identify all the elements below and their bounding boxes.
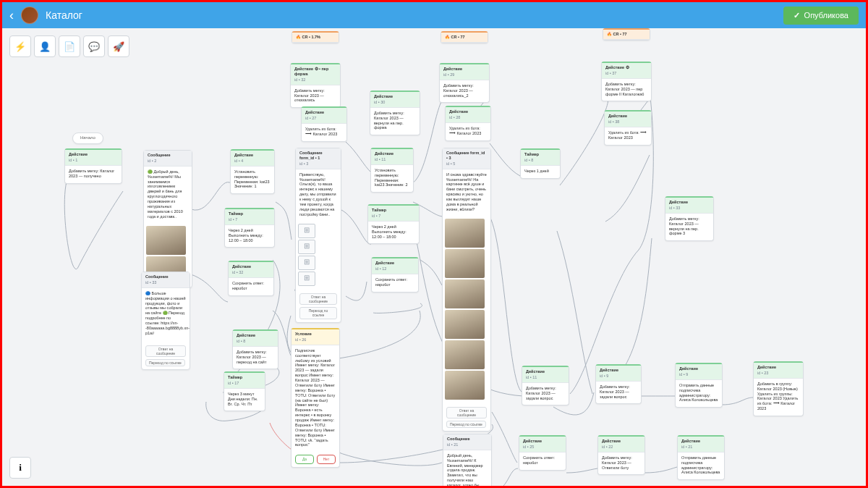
node-msg-2[interactable]: Сообщениеid • 33 🔵 Больше информации о н…: [141, 272, 190, 370]
node-timer-1[interactable]: Таймерid • 7 Через 2 дней Выполнить межд…: [224, 208, 275, 248]
node-timer-3[interactable]: Таймерid • 8 Через 1 дней: [520, 148, 561, 179]
page-title: Каталог: [46, 9, 82, 21]
node-action-5[interactable]: Действиеid • 32 Сохранить ответ: наробот: [228, 261, 274, 296]
node-action-20[interactable]: Действиеid • 22 Добавить метку: Каталог …: [597, 435, 645, 475]
node-action-4[interactable]: Действиеid • 4 Установить переменную: Пе…: [230, 149, 275, 194]
node-action-13[interactable]: Действиеid • 38 Удалить из бота: ⟶ Катал…: [604, 110, 652, 146]
node-action-18[interactable]: Действиеid • 23 Добавить в группу: Катал…: [753, 361, 804, 416]
node-action-19[interactable]: Действиеid • 25 Сохранить ответ: наробот: [519, 435, 566, 471]
publish-button[interactable]: Опубликова: [783, 7, 859, 25]
node-form-1[interactable]: Сообщение form_id • 1id • 3 Приветствую,…: [295, 148, 341, 323]
node-action-17[interactable]: Действиеid • 9 Отправить данные подписчи…: [675, 363, 723, 408]
node-action-7[interactable]: Действиеid • 11 Установить переменную: П…: [370, 148, 414, 193]
node-action-10[interactable]: Действиеid • 28 Удалить из бота: ⟶ Катал…: [445, 106, 491, 141]
back-button[interactable]: ‹: [9, 8, 14, 23]
node-action-11[interactable]: Действиеid • 8 Добавить метку: Каталог 2…: [232, 329, 278, 369]
node-form-2[interactable]: Сообщение form_id • 3id • 5 И снова здра…: [442, 148, 491, 432]
node-action-16[interactable]: Действиеid • 9 Добавить метку: Каталог 2…: [595, 364, 642, 404]
node-action-8[interactable]: Действиеid • 12 Сохранить ответ: наробот: [371, 257, 419, 293]
node-msg-3[interactable]: Сообщениеid • 21 Добрый день, %username%…: [443, 434, 492, 488]
node-cr-2[interactable]: 🔥 CR • 77: [441, 31, 488, 43]
node-action-1[interactable]: Действиеid • 1 Добавить метку: Каталог 2…: [64, 148, 122, 184]
flow-canvas[interactable]: 🔥 CR • 1.7% 🔥 CR • 77 🔥 CR • 77 Начало Д…: [2, 28, 866, 486]
node-timer-2[interactable]: Таймерid • 7 Через 2 дней Выполнить межд…: [367, 204, 420, 244]
node-action-14[interactable]: Действиеid • 33 Добавить метку: Каталог …: [665, 196, 714, 241]
node-action-perform[interactable]: Действие ⚙ • пер формаid • 32 Добавить м…: [290, 63, 341, 108]
node-action-15[interactable]: Действиеid • 11 Добавить метку: Каталог …: [522, 366, 569, 405]
node-msg-1[interactable]: Сообщениеid • 2 🟢 Добрый день, %username…: [143, 150, 192, 288]
avatar: [21, 7, 38, 24]
node-cr-3[interactable]: 🔥 CR • 77: [603, 28, 650, 41]
node-start[interactable]: Начало: [72, 132, 103, 144]
node-action-6[interactable]: Действиеid • 30 Добавить метку: Каталог …: [370, 91, 420, 135]
node-action-9[interactable]: Действиеid • 29 Добавить метку: Каталог …: [439, 63, 490, 103]
node-timer-4[interactable]: Таймерid • 17 Через 3 минут Дни недели: …: [224, 371, 265, 411]
node-action-3[interactable]: Действиеid • 27 Удалить из бота: ⟶ Катал…: [301, 106, 347, 142]
node-condition[interactable]: Условиеid • 26 Подписчик соответствует л…: [291, 328, 340, 468]
node-action-21[interactable]: Действиеid • 21 Отправить данные подписч…: [677, 435, 725, 480]
node-action-12[interactable]: Действие ⚙id • 37 Добавить метку: Катало…: [601, 62, 652, 101]
node-cr-1[interactable]: 🔥 CR • 1.7%: [292, 31, 339, 43]
